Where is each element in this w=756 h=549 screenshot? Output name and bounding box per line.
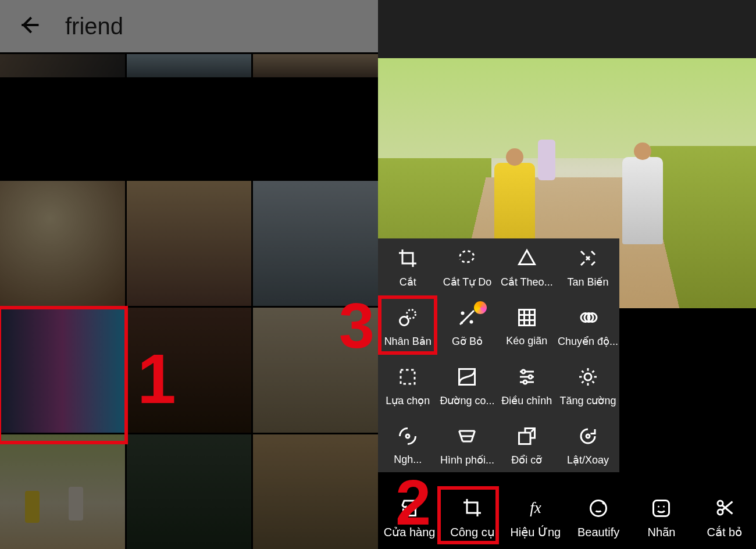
tool-label: Lựa chọn <box>386 394 430 407</box>
svg-rect-19 <box>654 500 669 516</box>
svg-point-16 <box>586 434 590 438</box>
tool-lasso[interactable]: Cắt Tự Do <box>437 243 497 292</box>
thumbnail[interactable] <box>0 308 125 433</box>
enhance-icon <box>576 365 600 388</box>
thumbnail-selected[interactable] <box>0 434 125 549</box>
gallery-grid <box>0 52 378 549</box>
premium-badge-icon <box>474 301 487 314</box>
clone-icon <box>396 306 419 329</box>
tool-label: Lật/Xoay <box>567 454 609 466</box>
tool-label: Tan Biến <box>567 276 608 288</box>
tool-clone[interactable]: Nhân Bản <box>378 302 437 351</box>
motion-icon <box>576 306 600 329</box>
tool-label: Ngh... <box>394 454 422 466</box>
tool-label: Điều chỉnh <box>501 394 552 407</box>
tool-label: Nhân Bản <box>384 335 432 348</box>
flip-rotate-icon <box>576 425 600 448</box>
tab-label: Beautify <box>577 526 619 539</box>
tool-label: Cắt Tự Do <box>443 276 492 288</box>
thumbnail[interactable] <box>253 54 378 77</box>
shape-cut-icon <box>515 247 539 270</box>
beautify-icon <box>586 495 611 521</box>
svg-point-13 <box>584 373 591 380</box>
tool-tilt[interactable]: Ngh... <box>378 421 437 470</box>
crop-icon <box>396 247 419 270</box>
tool-adjust[interactable]: Điều chỉnh <box>497 362 557 411</box>
tool-crop[interactable]: Cắt <box>378 243 437 292</box>
tool-selection[interactable]: Lựa chọn <box>378 362 437 411</box>
thumbnail[interactable] <box>127 434 252 549</box>
tilt-icon <box>396 425 419 448</box>
thumbnail[interactable] <box>0 181 125 306</box>
tool-enhance[interactable]: Tăng cường <box>557 362 619 411</box>
shop-icon <box>397 495 422 521</box>
svg-point-14 <box>406 434 409 438</box>
thumbnail[interactable] <box>127 54 252 77</box>
svg-point-1 <box>407 310 416 319</box>
svg-rect-8 <box>401 370 415 384</box>
tab-label: Nhãn <box>648 526 676 539</box>
tab-label: Cửa hàng <box>384 525 436 539</box>
tool-resize[interactable]: Đổi cỡ <box>497 421 557 470</box>
tab-cutout[interactable]: Cắt bỏ <box>693 491 756 543</box>
svg-point-12 <box>523 380 527 384</box>
tool-label: Hình phối... <box>440 454 494 466</box>
thumbnail[interactable] <box>253 434 378 549</box>
tool-label: Đổi cỡ <box>511 454 542 466</box>
tool-remove[interactable]: Gỡ Bỏ <box>437 302 497 351</box>
svg-rect-15 <box>519 433 530 444</box>
gallery-header: friend <box>0 0 378 52</box>
disperse-icon <box>576 247 600 270</box>
curves-icon <box>455 365 479 388</box>
editor-topbar <box>378 0 756 58</box>
thumbnail[interactable] <box>253 308 378 433</box>
back-icon[interactable] <box>16 12 42 40</box>
thumbnail[interactable] <box>127 308 252 433</box>
tool-label: Cắt Theo... <box>501 276 553 288</box>
selection-icon <box>396 365 419 388</box>
tab-label: Công cụ <box>450 525 494 539</box>
tool-flip-rotate[interactable]: Lật/Xoay <box>557 421 619 470</box>
tab-beautify[interactable]: Beautify <box>567 492 630 543</box>
svg-text:fx: fx <box>530 499 541 516</box>
sticker-icon <box>648 495 674 521</box>
svg-point-10 <box>522 370 525 373</box>
tool-label: Cắt <box>400 276 416 288</box>
lasso-icon <box>455 247 479 270</box>
stretch-icon <box>515 306 539 329</box>
cutout-icon <box>712 495 737 521</box>
tab-fx[interactable]: fxHiệu Ứng <box>504 491 567 543</box>
svg-point-2 <box>461 312 465 315</box>
resize-icon <box>515 425 539 448</box>
tools-popup: CắtCắt Tự DoCắt Theo...Tan BiếnNhân BảnG… <box>378 238 619 472</box>
svg-point-11 <box>529 375 532 379</box>
search-query[interactable]: friend <box>65 13 123 40</box>
fx-icon: fx <box>523 495 548 521</box>
tool-stretch[interactable]: Kéo giãn <box>497 302 557 351</box>
tab-shop[interactable]: Cửa hàng <box>378 491 441 543</box>
adjust-icon <box>515 365 539 388</box>
tool-label: Chuyển độ... <box>558 335 618 348</box>
svg-point-20 <box>658 505 659 507</box>
tool-label: Tăng cường <box>559 394 616 407</box>
tab-sticker[interactable]: Nhãn <box>630 492 693 543</box>
thumbnail[interactable] <box>127 181 252 306</box>
tool-disperse[interactable]: Tan Biến <box>557 243 619 292</box>
tab-tools-tab[interactable]: Công cụ <box>441 491 504 543</box>
tool-label: Đường co... <box>440 394 494 407</box>
tool-label: Gỡ Bỏ <box>452 335 483 348</box>
tool-motion[interactable]: Chuyển độ... <box>557 302 619 351</box>
thumbnail[interactable] <box>0 54 125 77</box>
bottom-tab-bar: Cửa hàngCông cụfxHiệu ỨngBeautifyNhãnCắt… <box>378 485 756 549</box>
tab-label: Cắt bỏ <box>707 525 742 539</box>
svg-point-0 <box>400 317 409 326</box>
tools-tab-icon <box>459 495 485 521</box>
svg-point-21 <box>663 505 665 507</box>
svg-point-4 <box>461 322 463 325</box>
tool-perspective[interactable]: Hình phối... <box>437 421 497 470</box>
thumbnail[interactable] <box>253 181 378 306</box>
tool-shape-cut[interactable]: Cắt Theo... <box>497 243 557 292</box>
svg-point-3 <box>470 320 473 324</box>
tool-curves[interactable]: Đường co... <box>437 362 497 411</box>
gallery-pane: friend 1 3 <box>0 0 378 549</box>
